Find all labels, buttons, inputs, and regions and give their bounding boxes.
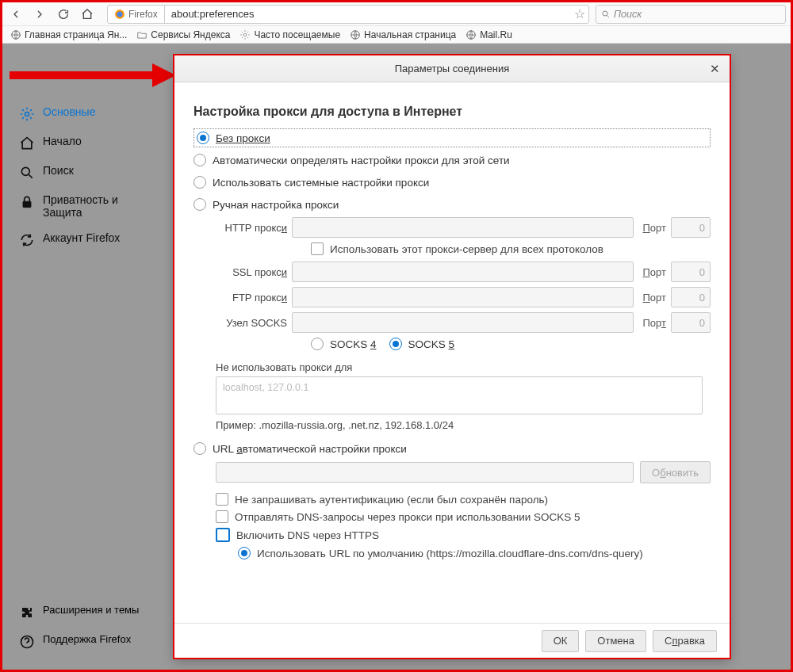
- sidebar-item-general[interactable]: Основные: [16, 99, 159, 128]
- firefox-icon: [114, 9, 125, 20]
- sync-icon: [19, 232, 35, 248]
- auto-config-url-input[interactable]: [216, 462, 634, 483]
- port-label: Порт: [643, 222, 666, 234]
- home-icon: [19, 136, 35, 151]
- globe-icon: [10, 29, 21, 40]
- bookmark-mailru[interactable]: Mail.Ru: [465, 29, 512, 40]
- radio-icon: [193, 154, 206, 166]
- reload-button[interactable]: [55, 6, 72, 23]
- proxy-section-heading: Настройка прокси для доступа в Интернет: [193, 105, 711, 119]
- bookmark-star-icon[interactable]: ☆: [571, 6, 588, 21]
- svg-rect-11: [23, 201, 31, 207]
- gear-icon: [19, 106, 35, 122]
- svg-point-1: [117, 11, 123, 17]
- bookmarks-bar: Главная страница Ян... Сервисы Яндекса Ч…: [2, 26, 791, 44]
- socks-port-input[interactable]: 0: [671, 312, 711, 333]
- bookmark-yandex-services[interactable]: Сервисы Яндекса: [136, 29, 230, 40]
- svg-point-4: [244, 33, 247, 36]
- http-port-input[interactable]: 0: [671, 217, 711, 238]
- http-proxy-input[interactable]: [292, 217, 634, 238]
- svg-point-10: [21, 167, 29, 175]
- gear-icon: [239, 29, 251, 40]
- socks-host-input[interactable]: [292, 312, 634, 333]
- no-proxy-for-textarea[interactable]: localhost, 127.0.0.1: [216, 376, 703, 414]
- radio-icon: [389, 338, 402, 350]
- radio-manual-proxy[interactable]: Ручная настройка прокси: [193, 195, 711, 214]
- identity-label: Firefox: [128, 9, 158, 20]
- ftp-proxy-label: FTP прокси: [216, 292, 287, 304]
- connection-settings-dialog: Параметры соединения ✕ Настройка прокси …: [174, 55, 730, 658]
- cancel-button[interactable]: Отмена: [585, 630, 646, 652]
- radio-icon: [197, 132, 209, 144]
- ftp-port-input[interactable]: 0: [671, 287, 711, 307]
- port-label: Порт: [643, 266, 666, 278]
- sidebar-item-account[interactable]: Аккаунт Firefox: [16, 225, 159, 254]
- url-text: about:preferences: [165, 8, 571, 20]
- svg-marker-8: [152, 63, 176, 87]
- home-button[interactable]: [79, 6, 96, 23]
- radio-no-proxy[interactable]: Без прокси: [193, 128, 711, 147]
- ssl-proxy-input[interactable]: [292, 262, 634, 282]
- dialog-close-button[interactable]: ✕: [707, 62, 722, 76]
- preferences-sidebar: Основные Начало Поиск Приватность и Защи…: [16, 99, 159, 254]
- ok-button[interactable]: ОК: [542, 630, 580, 652]
- identity-box[interactable]: Firefox: [108, 6, 165, 23]
- dialog-footer: ОК Отмена Справка: [174, 623, 730, 658]
- back-button[interactable]: [7, 6, 25, 23]
- bookmark-yandex-home[interactable]: Главная страница Ян...: [10, 29, 127, 40]
- dialog-body[interactable]: Настройка прокси для доступа в Интернет …: [174, 82, 730, 623]
- radio-system-proxy[interactable]: Использовать системные настройки прокси: [193, 173, 711, 192]
- sidebar-support[interactable]: Поддержка Firefox: [16, 627, 174, 656]
- forward-button[interactable]: [31, 6, 48, 23]
- search-icon: [19, 165, 35, 181]
- radio-auto-config-url[interactable]: URL автоматической настройки прокси: [193, 439, 711, 458]
- http-proxy-label: HTTP прокси: [216, 222, 287, 234]
- sidebar-item-home[interactable]: Начало: [16, 128, 159, 158]
- ssl-proxy-label: SSL прокси: [216, 266, 287, 278]
- manual-proxy-grid: HTTP прокси Порт 0 Использовать этот про…: [216, 217, 711, 353]
- search-box[interactable]: Поиск: [596, 5, 786, 24]
- checkbox-no-auth[interactable]: Не запрашивать аутентификацию (если был …: [216, 493, 711, 506]
- checkbox-dns-socks5[interactable]: Отправлять DNS-запросы через прокси при …: [216, 510, 711, 523]
- radio-auto-detect[interactable]: Автоматически определять настройки прокс…: [193, 151, 711, 170]
- socks-host-label: Узел SOCKS: [216, 317, 287, 329]
- help-button[interactable]: Справка: [653, 630, 717, 652]
- no-proxy-example: Пример: .mozilla-russia.org, .net.nz, 19…: [216, 419, 711, 431]
- sidebar-bottom: Расширения и темы Поддержка Firefox: [16, 598, 174, 656]
- checkbox-icon: [216, 510, 228, 523]
- radio-socks4[interactable]: SOCKS 4: [311, 338, 377, 350]
- radio-icon: [311, 338, 324, 350]
- use-proxy-for-all-checkbox[interactable]: Использовать этот прокси-сервер для всех…: [311, 242, 711, 255]
- search-placeholder: Поиск: [614, 9, 642, 20]
- sidebar-item-privacy[interactable]: Приватность и Защита: [16, 187, 159, 225]
- dialog-titlebar: Параметры соединения ✕: [174, 55, 730, 82]
- ssl-port-input[interactable]: 0: [671, 262, 711, 282]
- radio-dns-default-url[interactable]: Использовать URL по умолчанию (https://m…: [238, 547, 711, 559]
- radio-icon: [193, 198, 206, 211]
- sidebar-item-search[interactable]: Поиск: [16, 158, 159, 187]
- browser-navbar: Firefox about:preferences ☆ Поиск: [2, 2, 791, 26]
- lock-icon: [19, 194, 35, 210]
- red-arrow-annotation: [10, 63, 176, 87]
- checkbox-dns-over-https[interactable]: Включить DNS через HTTPS: [216, 528, 711, 542]
- radio-icon: [193, 442, 206, 455]
- port-label: Порт: [643, 317, 667, 329]
- bookmark-most-visited[interactable]: Часто посещаемые: [239, 29, 340, 40]
- globe-icon: [465, 29, 477, 40]
- svg-point-9: [25, 113, 29, 116]
- svg-point-2: [603, 11, 607, 16]
- globe-icon: [350, 29, 361, 40]
- radio-icon: [238, 547, 251, 559]
- help-icon: [19, 634, 35, 650]
- search-icon: [601, 10, 611, 19]
- ftp-proxy-input[interactable]: [292, 287, 634, 307]
- checkbox-icon: [311, 242, 324, 255]
- puzzle-icon: [19, 605, 35, 620]
- sidebar-addons[interactable]: Расширения и темы: [16, 598, 174, 627]
- radio-socks5[interactable]: SOCKS 5: [389, 338, 455, 350]
- radio-icon: [193, 176, 206, 189]
- reload-button[interactable]: Обновить: [640, 461, 711, 483]
- checkbox-icon: [216, 528, 230, 542]
- url-bar[interactable]: Firefox about:preferences ☆: [107, 5, 589, 24]
- bookmark-start-page[interactable]: Начальная страница: [350, 29, 456, 40]
